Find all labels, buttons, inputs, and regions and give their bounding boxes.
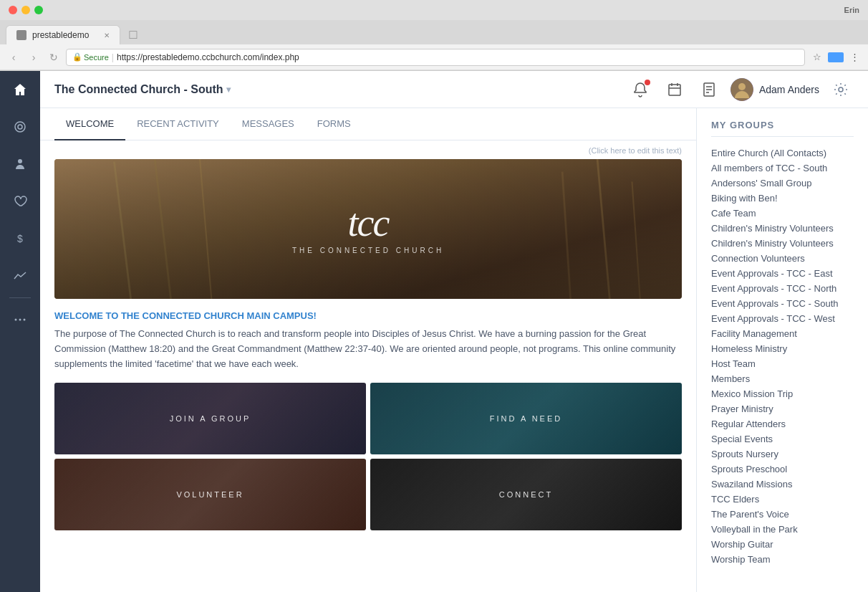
group-list-item[interactable]: Event Approvals - TCC - North — [711, 281, 854, 296]
chart-icon — [13, 269, 27, 283]
forward-btn[interactable]: › — [26, 49, 42, 65]
group-list-item[interactable]: Host Team — [711, 356, 854, 371]
welcome-heading: WELCOME TO THE CONNECTED CHURCH MAIN CAM… — [54, 310, 682, 321]
group-list-item[interactable]: Andersons' Small Group — [711, 176, 854, 191]
calendar-icon — [667, 82, 683, 97]
image-grid: JOIN A GROUP FIND A NEED VOLUNTEER CONNE… — [54, 383, 682, 530]
bookmark-btn[interactable]: ☆ — [809, 49, 825, 65]
svg-point-6 — [24, 319, 26, 321]
docs-btn[interactable] — [696, 77, 722, 102]
notifications-btn[interactable] — [627, 77, 653, 102]
tile-join[interactable]: JOIN A GROUP — [54, 383, 366, 454]
sidebar-item-community[interactable] — [0, 108, 40, 145]
tab-title: prestabledemo — [32, 30, 89, 40]
svg-point-5 — [19, 319, 21, 321]
sidebar-item-more[interactable] — [0, 301, 40, 338]
tab-favicon — [16, 30, 26, 40]
group-list-item[interactable]: Event Approvals - TCC - West — [711, 311, 854, 326]
welcome-body: The purpose of The Connected Church is t… — [54, 327, 682, 371]
docs-icon — [701, 82, 717, 97]
notification-dot — [645, 80, 650, 85]
back-btn[interactable]: ‹ — [6, 49, 21, 65]
group-list-item[interactable]: Children's Ministry Volunteers — [711, 221, 854, 236]
group-list-item[interactable]: Entire Church (All Contacts) — [711, 145, 854, 161]
browser-tab[interactable]: prestabledemo ✕ — [6, 25, 120, 44]
tab-close-btn[interactable]: ✕ — [104, 32, 110, 39]
minimize-window-btn[interactable] — [21, 6, 30, 14]
group-list-item[interactable]: Volleyball in the Park — [711, 522, 854, 537]
group-list-item[interactable]: Sprouts Preschool — [711, 462, 854, 477]
group-list-item[interactable]: Facility Management — [711, 326, 854, 341]
group-list-item[interactable]: Special Events — [711, 431, 854, 447]
groups-title: MY GROUPS — [711, 120, 854, 137]
group-list-item[interactable]: Homeless Ministry — [711, 341, 854, 356]
tab-forms[interactable]: FORMS — [306, 108, 362, 140]
browser-user: Erin — [844, 6, 859, 14]
browser-titlebar: Erin — [0, 0, 868, 20]
calendar-btn[interactable] — [662, 77, 688, 102]
url-divider: | — [112, 52, 114, 62]
group-list-item[interactable]: TCC Elders — [711, 492, 854, 507]
tile-volunteer[interactable]: VOLUNTEER — [54, 459, 366, 530]
hero-logo: tcc — [292, 204, 444, 242]
tab-recent-activity[interactable]: RECENT ACTIVITY — [125, 108, 231, 140]
settings-btn[interactable] — [828, 77, 854, 102]
groups-panel: MY GROUPS Entire Church (All Contacts)Al… — [696, 108, 868, 592]
heart-icon — [13, 194, 27, 209]
extensions-btn[interactable] — [828, 52, 844, 62]
dollar-icon: $ — [13, 231, 27, 246]
close-window-btn[interactable] — [9, 6, 17, 14]
address-bar[interactable]: 🔒 Secure | https://prestabledemo.ccbchur… — [66, 49, 805, 66]
user-avatar — [730, 78, 753, 101]
groups-list: Entire Church (All Contacts)All members … — [711, 145, 854, 567]
group-list-item[interactable]: Regular Attenders — [711, 416, 854, 431]
sidebar-item-dollar[interactable]: $ — [0, 220, 40, 257]
sidebar-item-people[interactable] — [0, 145, 40, 183]
group-list-item[interactable]: The Parent's Voice — [711, 507, 854, 522]
group-list-item[interactable]: Biking with Ben! — [711, 191, 854, 206]
svg-point-4 — [15, 319, 17, 321]
people-icon — [13, 157, 27, 171]
group-list-item[interactable]: Cafe Team — [711, 206, 854, 221]
user-avatar-wrap[interactable]: Adam Anders — [730, 78, 819, 101]
app-header: The Connected Church - South ▾ — [40, 71, 868, 108]
tile-connect[interactable]: CONNECT — [370, 459, 682, 530]
svg-point-17 — [839, 87, 843, 92]
group-list-item[interactable]: Swaziland Missions — [711, 477, 854, 492]
avatar-image — [730, 78, 753, 101]
sidebar-item-heart[interactable] — [0, 183, 40, 220]
browser-toolbar: ‹ › ↻ 🔒 Secure | https://prestabledemo.c… — [0, 44, 868, 70]
user-name: Adam Anders — [759, 84, 819, 95]
group-list-item[interactable]: Members — [711, 371, 854, 386]
menu-btn[interactable]: ⋮ — [847, 49, 862, 65]
group-list-item[interactable]: Event Approvals - TCC - East — [711, 266, 854, 281]
group-list-item[interactable]: Worship Guitar — [711, 537, 854, 552]
sidebar-item-chart[interactable] — [0, 257, 40, 295]
tile-find[interactable]: FIND A NEED — [370, 383, 682, 454]
new-tab-btn[interactable]: □ — [123, 24, 143, 44]
reload-btn[interactable]: ↻ — [46, 49, 62, 65]
content-area: WELCOME RECENT ACTIVITY MESSAGES FORMS (… — [40, 108, 868, 592]
group-list-item[interactable]: Event Approvals - TCC - South — [711, 296, 854, 311]
group-list-item[interactable]: Prayer Ministry — [711, 401, 854, 416]
toolbar-icons: ☆ ⋮ — [809, 49, 862, 65]
app-title-text: The Connected Church - South — [54, 83, 223, 96]
app-title-dropdown-icon[interactable]: ▾ — [226, 85, 231, 95]
group-list-item[interactable]: Children's Ministry Volunteers — [711, 236, 854, 251]
sidebar-item-home[interactable] — [0, 71, 40, 108]
hero-subtitle: THE CONNECTED CHURCH — [292, 247, 444, 254]
tab-messages[interactable]: MESSAGES — [231, 108, 306, 140]
group-list-item[interactable]: Sprouts Nursery — [711, 447, 854, 462]
secure-badge: 🔒 Secure — [72, 52, 109, 62]
maximize-window-btn[interactable] — [34, 6, 43, 14]
browser-chrome: Erin prestabledemo ✕ □ ‹ › ↻ 🔒 Secure | … — [0, 0, 868, 71]
group-list-item[interactable]: Worship Team — [711, 552, 854, 567]
svg-point-0 — [15, 122, 25, 132]
group-list-item[interactable]: Mexico Mission Trip — [711, 386, 854, 401]
group-list-item[interactable]: Connection Volunteers — [711, 251, 854, 266]
edit-hint[interactable]: (Click here to edit this text) — [54, 140, 682, 159]
more-icon — [13, 312, 27, 327]
sidebar: $ — [0, 71, 40, 592]
tab-welcome[interactable]: WELCOME — [54, 108, 125, 140]
group-list-item[interactable]: All members of TCC - South — [711, 161, 854, 176]
